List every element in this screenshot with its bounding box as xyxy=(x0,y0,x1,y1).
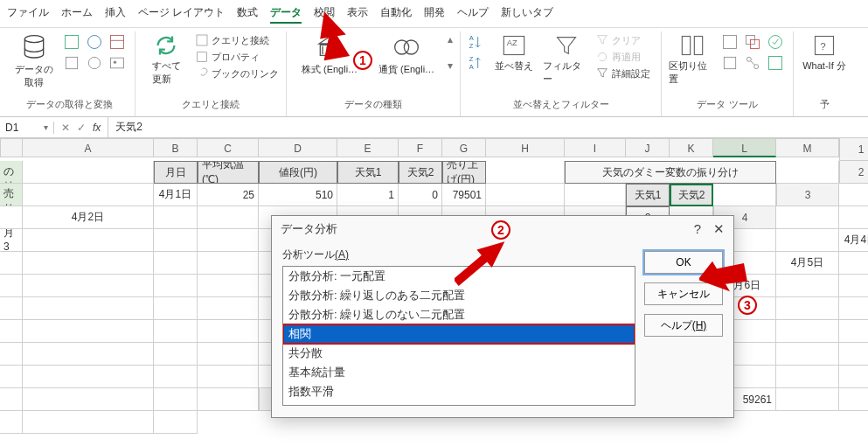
col-G[interactable]: G xyxy=(442,138,486,157)
cell-C5[interactable]: 4月4日 xyxy=(839,229,868,252)
analysis-tools-listbox[interactable]: 分散分析: 一元配置 分散分析: 繰り返しのある二元配置 分散分析: 繰り返しの… xyxy=(282,266,635,406)
sort-button[interactable]: AZ 並べ替え xyxy=(490,33,538,73)
cell-C4[interactable]: 4月3日 xyxy=(0,229,23,252)
name-box-dropdown-icon[interactable]: ▾ xyxy=(44,122,48,132)
remove-duplicates-icon[interactable] xyxy=(744,33,761,51)
col-B[interactable]: B xyxy=(154,138,198,157)
select-all-corner[interactable] xyxy=(0,138,23,157)
clear-filter-item[interactable]: クリア xyxy=(595,33,650,47)
data-model-icon[interactable] xyxy=(767,54,784,72)
formula-input[interactable]: 天気2 xyxy=(108,120,868,135)
dialog-help-icon[interactable]: ? xyxy=(694,221,701,237)
menu-data[interactable]: データ xyxy=(270,5,302,24)
cell-I1[interactable] xyxy=(486,161,565,184)
cell-K2[interactable]: 天気1 xyxy=(626,184,670,206)
cell-C3[interactable]: 4月2日 xyxy=(23,206,154,229)
refresh-all-button[interactable]: すべて 更新 xyxy=(142,33,190,86)
list-item[interactable]: 共分散 xyxy=(283,344,635,363)
menu-formulas[interactable]: 数式 xyxy=(237,5,258,24)
menu-help[interactable]: ヘルプ xyxy=(457,5,489,24)
col-H[interactable]: H xyxy=(486,138,565,157)
sort-za-icon[interactable]: ZA xyxy=(468,54,485,72)
filter-button[interactable]: フィルター xyxy=(543,33,590,86)
col-F[interactable]: F xyxy=(399,138,442,157)
cell-M2[interactable] xyxy=(713,184,776,206)
menu-newtab[interactable]: 新しいタブ xyxy=(501,5,553,24)
cell-D1[interactable]: 平均気温(℃) xyxy=(198,161,259,184)
cell-C1[interactable]: 月日 xyxy=(154,161,198,184)
cell-D2[interactable]: 25 xyxy=(198,184,259,206)
from-web-icon[interactable] xyxy=(86,33,103,51)
text-to-columns-button[interactable]: 区切り位置 xyxy=(669,33,716,86)
cell-G2[interactable]: 0 xyxy=(399,184,442,206)
sort-az-icon[interactable]: AZ xyxy=(468,33,485,51)
properties-item[interactable]: プロパティ xyxy=(195,50,279,64)
menu-developer[interactable]: 開発 xyxy=(424,5,445,24)
advanced-item[interactable]: 詳細設定 xyxy=(595,66,650,80)
cell-E1[interactable]: 値段(円) xyxy=(259,161,337,184)
cell-C6[interactable]: 4月5日 xyxy=(776,252,839,275)
relationships-icon[interactable] xyxy=(744,54,761,72)
consolidate-icon[interactable] xyxy=(721,54,739,72)
row-3[interactable]: 3 xyxy=(776,184,839,206)
cell-F1[interactable]: 天気1 xyxy=(337,161,399,184)
confirm-formula-icon[interactable]: ✓ xyxy=(77,122,86,134)
insert-function-icon[interactable]: fx xyxy=(93,122,101,134)
menu-pagelayout[interactable]: ページ レイアウト xyxy=(138,5,225,24)
queries-connections-item[interactable]: クエリと接続 xyxy=(195,33,279,47)
help-button[interactable]: ヘルプ(H) xyxy=(644,314,723,337)
cell-H2[interactable]: 79501 xyxy=(442,184,486,206)
data-validation-icon[interactable] xyxy=(767,33,784,51)
cell-B1[interactable] xyxy=(23,161,154,184)
cell-G1[interactable]: 天気2 xyxy=(399,161,442,184)
workbook-links-item[interactable]: ブックのリンク xyxy=(195,66,279,80)
list-item[interactable]: 分散分析: 繰り返しのある二元配置 xyxy=(283,286,635,305)
col-I[interactable]: I xyxy=(565,138,626,157)
list-item[interactable]: F 検定: 2 標本を使った分散の検定 xyxy=(283,401,635,406)
from-picture-icon[interactable] xyxy=(108,54,126,72)
col-A[interactable]: A xyxy=(23,138,154,157)
list-item[interactable]: 分散分析: 一元配置 xyxy=(283,267,635,286)
datatypes-down-icon[interactable]: ▾ xyxy=(448,59,453,72)
cell-L2[interactable]: 天気2 xyxy=(670,184,713,206)
menu-insert[interactable]: 挿入 xyxy=(105,5,126,24)
cell-C2[interactable]: 4月1日 xyxy=(154,184,198,206)
menu-review[interactable]: 校閲 xyxy=(314,5,335,24)
existing-connections-icon[interactable] xyxy=(86,54,103,72)
cancel-formula-icon[interactable]: ✕ xyxy=(61,122,70,134)
list-item[interactable]: 基本統計量 xyxy=(283,363,635,382)
cancel-button[interactable]: キャンセル xyxy=(644,282,723,305)
menu-view[interactable]: 表示 xyxy=(347,5,368,24)
dialog-close-icon[interactable]: ✕ xyxy=(713,221,725,237)
get-data-button[interactable]: データの 取得 xyxy=(10,33,58,89)
menu-home[interactable]: ホーム xyxy=(61,5,93,24)
datatypes-up-icon[interactable]: ▴ xyxy=(448,33,453,45)
row-2[interactable]: 2 xyxy=(839,161,868,184)
cell-A1[interactable]: アイスの値段と xyxy=(0,161,23,184)
list-item[interactable]: 分散分析: 繰り返しのない二元配置 xyxy=(283,305,635,324)
flash-fill-icon[interactable] xyxy=(721,33,739,51)
cell-F2[interactable]: 1 xyxy=(337,184,399,206)
cell-dummy-title[interactable]: 天気のダミー変数の振り分け xyxy=(565,161,776,184)
menu-automate[interactable]: 自動化 xyxy=(380,5,412,24)
col-L[interactable]: L xyxy=(713,138,776,157)
name-box[interactable]: D1 ▾ xyxy=(0,122,54,134)
menu-file[interactable]: ファイル xyxy=(7,5,49,24)
cell-A2[interactable]: 1日の売り上げ xyxy=(0,184,23,206)
from-table-icon[interactable] xyxy=(108,33,126,51)
recent-sources-icon[interactable] xyxy=(63,54,80,72)
col-M[interactable]: M xyxy=(776,138,839,157)
whatif-button[interactable]: ? What-If 分 xyxy=(801,33,848,73)
cell-B2[interactable] xyxy=(23,184,154,206)
col-J[interactable]: J xyxy=(626,138,670,157)
row-1[interactable]: 1 xyxy=(839,138,868,161)
col-C[interactable]: C xyxy=(198,138,259,157)
list-item-selected[interactable]: 相関 xyxy=(283,324,635,344)
cell-M1[interactable] xyxy=(776,161,839,184)
col-E[interactable]: E xyxy=(337,138,399,157)
cell-E2[interactable]: 510 xyxy=(259,184,337,206)
cell-I2[interactable] xyxy=(486,184,565,206)
stocks-button[interactable]: 株式 (Engli… xyxy=(294,33,365,76)
col-D[interactable]: D xyxy=(259,138,337,157)
col-K[interactable]: K xyxy=(670,138,713,157)
